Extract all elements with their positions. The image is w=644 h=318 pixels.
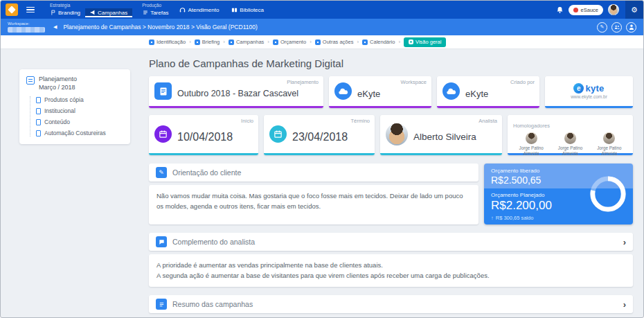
pencil-icon: ✎ <box>156 167 167 178</box>
card-inicio[interactable]: Início 10/04/2018 <box>149 115 258 155</box>
budget-card[interactable]: Orçamento liberado R$2.500,65 Orçamento … <box>484 164 633 224</box>
step-icon <box>315 39 321 45</box>
step-outras-acoes[interactable]: Outras ações <box>315 39 354 45</box>
bell-icon[interactable] <box>556 6 564 14</box>
step-visao-geral-button[interactable]: Visão geral <box>404 37 446 47</box>
step-identificacao[interactable]: Identificação <box>149 39 186 45</box>
ekyte-logo-icon[interactable] <box>6 3 18 16</box>
doc-icon <box>36 119 41 125</box>
nav-atendimento[interactable]: Atendimento <box>173 1 225 19</box>
info-cards-row-1: Planejamento Outubro 2018 - Bazar Cascav… <box>149 76 633 108</box>
tree-item-conteudo[interactable]: Conteúdo <box>36 118 123 125</box>
nav-biblioteca[interactable]: Biblioteca <box>225 1 270 19</box>
back-icon[interactable]: ◀ <box>53 24 57 30</box>
flag-icon <box>51 10 56 15</box>
settings-gear-icon[interactable]: ⚙ <box>625 1 643 19</box>
homologador-avatar <box>603 132 615 144</box>
workspace-block: Workspace: <box>8 21 45 33</box>
card-criado-por[interactable]: Criado por eKyte <box>437 76 539 108</box>
card-termino[interactable]: Término 23/04/2018 <box>264 115 375 155</box>
doc-icon <box>36 130 41 136</box>
card-planejamento[interactable]: Planejamento Outubro 2018 - Bazar Cascav… <box>149 76 323 108</box>
card-value: eKyte <box>465 89 488 99</box>
ekyte-e-icon: e <box>573 83 584 94</box>
info-cards-row-2: Início 10/04/2018 Término 23/04/2018 Ana… <box>149 115 633 155</box>
complemento-line-1: A prioridade é aumentar as vendas princi… <box>156 260 625 271</box>
homologador-avatar <box>526 132 537 144</box>
step-icon <box>149 39 154 45</box>
homologador[interactable]: Jorge Patino Almeida <box>552 132 588 157</box>
budget-released-label: Orçamento liberado <box>491 168 626 174</box>
step-separator: › <box>223 39 225 45</box>
doc-icon <box>36 97 41 103</box>
users-icon[interactable] <box>611 22 622 33</box>
user-avatar[interactable] <box>608 4 619 15</box>
planning-tree-header[interactable]: Planejamento Março / 2018 <box>26 76 123 91</box>
nav-tarefas[interactable]: Tarefas <box>138 8 173 17</box>
step-label: Outras ações <box>323 39 354 45</box>
menu-icon[interactable] <box>26 1 35 19</box>
nav-tarefas-label: Tarefas <box>150 10 168 16</box>
content-area: Planejamento Março / 2018 Produtos cópia… <box>1 49 643 317</box>
step-label: Identificação <box>156 39 186 45</box>
section-resumo-header[interactable]: Resumo das campanhas › <box>149 295 633 313</box>
planning-tree-card: Planejamento Março / 2018 Produtos cópia… <box>19 69 130 144</box>
steps-bar: Identificação› Briefing› Campanhas› Orça… <box>1 35 643 49</box>
step-calendario[interactable]: Calendário <box>362 39 395 45</box>
homologadores-row: Jorge Patino Almeida Jorge Patino Almeid… <box>513 132 627 157</box>
card-label: Homologadores <box>513 123 550 129</box>
card-workspace[interactable]: Workspace eKyte <box>329 76 431 108</box>
step-separator: › <box>398 39 400 45</box>
tree-item-automacao-costureiras[interactable]: Automação Costureiras <box>36 130 123 136</box>
chevron-right-icon[interactable]: › <box>623 300 626 309</box>
workspace-bar: Workspace: ◀ Planejamento de Campanhas >… <box>1 19 643 35</box>
orientation-column: ✎ Orientação do cliente Não vamos mudar … <box>149 164 478 224</box>
tree-item-label: Produtos cópia <box>44 96 84 103</box>
step-icon <box>195 39 200 45</box>
section-orientacao-header[interactable]: ✎ Orientação do cliente <box>149 164 478 182</box>
planning-tree-subtitle: Março / 2018 <box>39 84 77 92</box>
card-ekyte-site[interactable]: e kyte www.ekyte.com.br <box>545 76 633 108</box>
step-briefing[interactable]: Briefing <box>195 39 220 45</box>
nav-campanhas[interactable]: Campanhas <box>85 8 132 17</box>
nav-group-label-producao: Produção <box>138 3 173 8</box>
step-separator: › <box>357 39 359 45</box>
workspace-bar-actions: ✎ <box>597 22 636 33</box>
tree-item-institucional[interactable]: Institucional <box>36 107 123 114</box>
task-list-icon <box>143 10 148 15</box>
topbar-right: eSauce ⚙ <box>556 1 643 19</box>
board-icon <box>26 76 35 85</box>
card-homologadores[interactable]: Homologadores Jorge Patino Almeida Jorge… <box>508 115 633 155</box>
breadcrumb: Planejamento de Campanhas > Novembro 201… <box>63 24 257 30</box>
step-orcamento[interactable]: Orçamento <box>273 39 306 45</box>
budget-balance-text: R$ 300,65 saldo <box>496 215 534 221</box>
step-separator: › <box>310 39 312 45</box>
edit-icon[interactable]: ✎ <box>597 22 607 33</box>
step-label: Campanhas <box>236 39 264 45</box>
card-label: Planejamento <box>287 79 319 85</box>
tree-item-produtos-copia[interactable]: Produtos cópia <box>36 96 123 103</box>
step-active-label: Visão geral <box>415 39 441 45</box>
homologador[interactable]: Jorge Patino Almeida <box>591 132 627 157</box>
step-label: Briefing <box>202 39 220 45</box>
section-title: Complemento do analista <box>172 238 255 246</box>
card-value: Outubro 2018 - Bazar Cascavel <box>177 89 298 98</box>
nav-group-producao: Produção Tarefas <box>138 1 173 19</box>
workspace-name-redacted[interactable] <box>8 27 45 33</box>
profile-icon[interactable] <box>626 22 636 33</box>
homologador[interactable]: Jorge Patino Almeida <box>513 132 549 157</box>
ekyte-url: www.ekyte.com.br <box>571 94 607 99</box>
planning-tree-list: Produtos cópia Institucional Conteúdo Au… <box>30 96 123 136</box>
tree-item-label: Conteúdo <box>44 118 70 125</box>
step-campanhas[interactable]: Campanhas <box>229 39 264 45</box>
section-complemento-header[interactable]: Complemento do analista › <box>149 233 633 251</box>
doc-icon <box>36 108 41 114</box>
card-value: 10/04/2018 <box>177 131 233 143</box>
nav-branding[interactable]: Branding <box>46 8 85 17</box>
nav-group-items: Tarefas <box>138 8 173 17</box>
account-pill[interactable]: eSauce <box>569 5 603 15</box>
chevron-right-icon[interactable]: › <box>623 238 626 247</box>
orientation-budget-row: ✎ Orientação do cliente Não vamos mudar … <box>149 164 633 224</box>
orientacao-body-text: Não vamos mudar muita coisa. Mas gostari… <box>156 191 471 211</box>
card-analista[interactable]: Analista Alberto Silveira <box>380 115 502 155</box>
